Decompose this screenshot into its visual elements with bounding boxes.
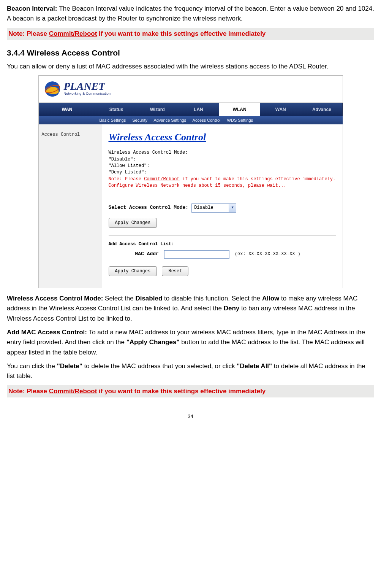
inline-note: Note: Please Commit/Reboot if you want t… [109,176,336,183]
sidebar: Access Control [39,124,102,288]
mac-addr-example: (ex: XX-XX-XX-XX-XX-XX ) [235,251,300,258]
access-mode-select[interactable]: Disable ▼ [191,203,236,213]
inline-note-link: Commit/Reboot [144,176,180,182]
divider-1 [109,195,336,195]
section-intro: You can allow or deny a lust of MAC addr… [7,62,374,72]
select-mode-label: Select Access Control Mode: [109,204,189,211]
nav-wan-right[interactable]: WAN [260,103,301,116]
nav-advance[interactable]: Advance [301,103,342,116]
note-suffix: if you want to make this settings effect… [97,30,266,37]
subnav-wds[interactable]: WDS Settings [227,118,253,122]
wac-mode-allow: Allow [262,295,279,302]
note2-suffix: if you want to make this settings effect… [97,388,266,395]
reset-button[interactable]: Reset [162,266,188,277]
apply-changes-button-1[interactable]: Apply Changes [109,218,157,228]
globe-icon [43,80,62,98]
main-pane: Wireless Access Control Wireless Access … [102,124,343,288]
wac-mode-label: Wireless Access Control Mode: [7,295,105,302]
subnav-advance[interactable]: Advance Settings [153,118,186,122]
add-list-head: Add Access Control List: [109,241,336,248]
del-t1: You can click the [7,362,57,370]
mac-addr-input[interactable] [164,250,229,259]
delete-paragraph: You can click the "Delete" to delete the… [7,361,374,381]
inline-wait: Configure Wireless Network needs about 1… [109,183,336,189]
add-mac-apply: "Apply Changes" [126,338,180,346]
divider-2 [109,235,336,236]
note-box-bottom: Note: Please Commit/Reboot if you want t… [7,385,374,397]
logo-name: PLANET [64,81,111,91]
note-link: Commit/Reboot [49,30,97,37]
mode-deny: "Deny Listed": [109,169,336,176]
mode-head: Wireless Access Control Mode: [109,149,336,156]
page-number: 34 [7,413,374,420]
add-mac-paragraph: Add MAC Access Control: To add a new MAC… [7,327,374,358]
note-prefix: Note: Please [8,30,49,37]
pane-title: Wireless Access Control [109,130,336,145]
mac-addr-label: MAC Addr [135,250,159,258]
subnav-basic[interactable]: Basic Settings [100,118,126,122]
access-mode-value: Disable [194,204,213,211]
del-t3: to delete the MAC address that you selec… [82,362,237,370]
inline-note-pre: Note: Please [109,176,144,182]
note2-prefix: Note: Please [8,388,49,395]
chevron-down-icon: ▼ [229,204,236,212]
subnav-access-control[interactable]: Access Control [193,118,221,122]
nav-wizard[interactable]: Wizard [137,103,178,116]
wac-mode-deny: Deny [224,305,240,312]
add-mac-label: Add MAC Access Control: [7,329,89,336]
wac-mode-disabled: Disabled [135,295,162,302]
mode-description: Wireless Access Control Mode: "Disable":… [109,149,336,189]
nav-status[interactable]: Status [96,103,137,116]
planet-logo: PLANET Networking & Communication [43,80,111,98]
section-heading: 3.4.4 Wireless Access Control [7,47,374,59]
beacon-text: The Beacon Interval value indicates the … [7,5,374,22]
router-ui-screenshot: PLANET Networking & Communication WAN St… [38,75,343,288]
wac-mode-t2: Select the [105,295,135,302]
logo-tagline: Networking & Communication [64,91,111,97]
wac-mode-paragraph: Wireless Access Control Mode: Select the… [7,294,374,324]
note2-link: Commit/Reboot [49,388,97,395]
nav-lan[interactable]: LAN [178,103,219,116]
main-nav: WAN Status Wizard LAN WLAN WAN Advance [39,103,343,116]
beacon-paragraph: Beacon Interval: The Beacon Interval val… [7,4,374,24]
mode-allow: "Allow Listed": [109,163,336,169]
subnav-security[interactable]: Security [132,118,147,122]
nav-wlan[interactable]: WLAN [219,103,260,116]
sidebar-item-access-control[interactable]: Access Control [42,131,99,138]
del-delete-all: "Delete All" [237,362,272,370]
mode-disable: "Disable": [109,156,336,163]
sub-nav: Basic Settings Security Advance Settings… [39,116,343,124]
inline-note-post: if you want to make this settings effect… [180,176,335,182]
nav-wan-left[interactable]: WAN [39,103,96,116]
wac-mode-t4: to disable this function. Select the [162,295,262,302]
beacon-label: Beacon Interval: [7,5,59,12]
apply-changes-button-2[interactable]: Apply Changes [109,266,157,277]
del-delete: "Delete" [57,362,82,370]
header-bar: PLANET Networking & Communication [39,76,343,103]
note-box-top: Note: Please Commit/Reboot if you want t… [7,28,374,40]
